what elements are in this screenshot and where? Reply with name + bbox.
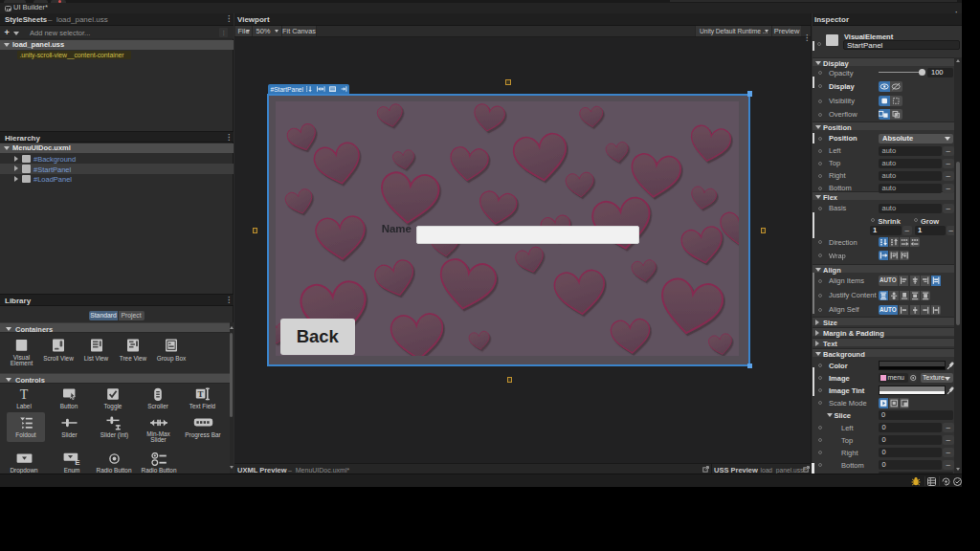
svg-text:T: T	[197, 389, 203, 399]
svg-text:T: T	[20, 387, 29, 401]
svg-text:E: E	[75, 458, 80, 465]
